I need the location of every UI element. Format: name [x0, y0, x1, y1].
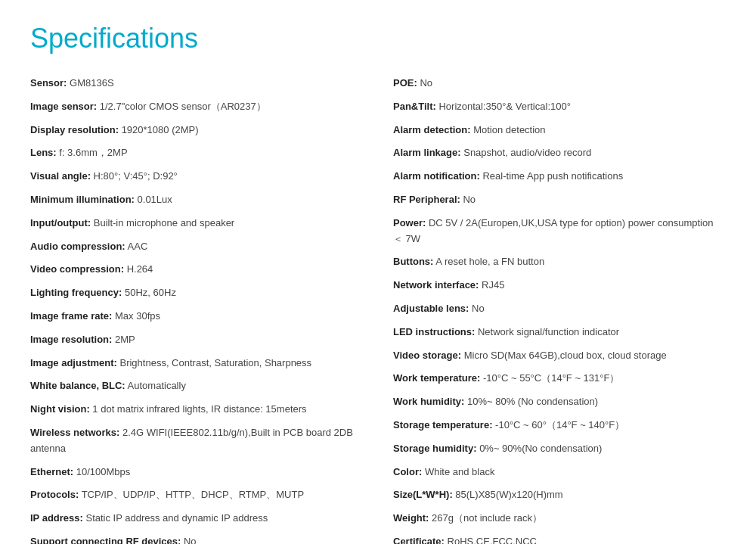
spec-value: Static IP address and dynamic IP address [83, 512, 268, 524]
spec-key: Storage temperature: [393, 419, 492, 431]
spec-key: Sensor: [30, 77, 67, 89]
spec-key: Audio compression: [30, 241, 125, 252]
spec-value: H.264 [124, 263, 153, 275]
right-spec-row: Buttons: A reset hole, a FN button [393, 254, 726, 270]
right-column: POE: NoPan&Tilt: Horizontal:350°& Vertic… [393, 76, 726, 544]
page-title: Specifications [30, 23, 726, 54]
spec-key: Network interface: [393, 279, 479, 291]
right-spec-row: Weight: 267g（not include rack） [393, 511, 726, 527]
left-spec-row: Sensor: GM8136S [30, 76, 363, 92]
spec-value: Built-in microphone and speaker [91, 217, 234, 228]
left-spec-row: Image resolution: 2MP [30, 332, 363, 348]
spec-key: LED instructions: [393, 326, 475, 337]
specs-container: Sensor: GM8136SImage sensor: 1/2.7"color… [30, 76, 726, 544]
spec-value: 1/2.7"color CMOS sensor（AR0237） [97, 101, 266, 112]
spec-key: RF Peripheral: [393, 194, 460, 205]
spec-key: Protocols: [30, 489, 79, 500]
spec-value: GM8136S [67, 77, 113, 89]
spec-key: Color: [393, 466, 422, 477]
left-spec-row: Protocols: TCP/IP、UDP/IP、HTTP、DHCP、RTMP、… [30, 487, 363, 503]
spec-key: Image resolution: [30, 334, 112, 345]
spec-value: No [181, 536, 196, 544]
right-spec-row: Power: DC 5V / 2A(Europen,UK,USA type fo… [393, 216, 726, 247]
spec-key: White balance, BLC: [30, 380, 125, 391]
spec-value: -10°C ~ 60°（14°F ~ 140°F） [492, 419, 624, 431]
spec-key: Size(L*W*H): [393, 489, 453, 500]
spec-key: Work temperature: [393, 372, 480, 384]
spec-value: No [469, 303, 484, 314]
spec-value: 85(L)X85(W)x120(H)mm [453, 489, 563, 500]
left-spec-row: Support connecting RF devices: No [30, 534, 363, 544]
right-spec-row: Size(L*W*H): 85(L)X85(W)x120(H)mm [393, 487, 726, 503]
left-spec-row: Minimum illumination: 0.01Lux [30, 192, 363, 208]
spec-key: Ethernet: [30, 466, 73, 477]
spec-value: RoHS,CE,FCC,NCC [445, 536, 537, 544]
spec-key: Input/output: [30, 217, 91, 228]
spec-key: Video storage: [393, 350, 461, 361]
left-spec-row: Lighting frequency: 50Hz, 60Hz [30, 285, 363, 301]
spec-key: Visual angle: [30, 170, 91, 182]
right-spec-row: Color: White and black [393, 465, 726, 480]
spec-value: TCP/IP、UDP/IP、HTTP、DHCP、RTMP、MUTP [79, 489, 304, 500]
spec-value: 2MP [112, 334, 135, 345]
right-spec-row: POE: No [393, 76, 726, 92]
spec-value: -10°C ~ 55°C（14°F ~ 131°F） [480, 372, 619, 384]
right-spec-row: Adjustable lens: No [393, 301, 726, 317]
right-spec-row: Alarm notification: Real-time App push n… [393, 169, 726, 185]
spec-key: Alarm notification: [393, 170, 480, 182]
spec-key: Lighting frequency: [30, 287, 122, 298]
left-spec-row: Image adjustment: Brightness, Contrast, … [30, 356, 363, 371]
spec-key: Video compression: [30, 263, 124, 275]
right-spec-row: Storage temperature: -10°C ~ 60°（14°F ~ … [393, 418, 726, 434]
spec-key: Pan&Tilt: [393, 101, 436, 112]
spec-key: Minimum illumination: [30, 194, 135, 205]
spec-key: Image frame rate: [30, 310, 112, 322]
right-spec-row: Work temperature: -10°C ~ 55°C（14°F ~ 13… [393, 371, 726, 387]
spec-value: Brightness, Contrast, Saturation, Sharpn… [117, 357, 311, 368]
spec-key: Power: [393, 217, 426, 228]
right-spec-row: Network interface: RJ45 [393, 278, 726, 294]
left-spec-row: Night vision: 1 dot matrix infrared ligh… [30, 402, 363, 418]
spec-value: 0%~ 90%(No condensation) [477, 443, 603, 454]
spec-value: No [417, 77, 432, 89]
spec-value: 1 dot matrix infrared lights, IR distanc… [90, 403, 307, 415]
left-spec-row: Wireless networks: 2.4G WIFI(IEEE802.11b… [30, 425, 363, 457]
right-spec-row: Alarm detection: Motion detection [393, 123, 726, 138]
spec-key: Certificate: [393, 536, 445, 544]
right-spec-row: Video storage: Micro SD(Max 64GB),cloud … [393, 348, 726, 364]
spec-value: Real-time App push notifications [480, 170, 623, 182]
right-spec-row: Alarm linkage: Snapshot, audio/video rec… [393, 145, 726, 161]
spec-key: Wireless networks: [30, 427, 119, 438]
spec-value: White and black [422, 466, 494, 477]
right-spec-row: Storage humidity: 0%~ 90%(No condensatio… [393, 441, 726, 457]
spec-key: Work humidity: [393, 396, 464, 407]
spec-value: 10/100Mbps [73, 466, 130, 477]
left-spec-row: Audio compression: AAC [30, 239, 363, 255]
spec-key: Image sensor: [30, 101, 97, 112]
right-spec-row: Certificate: RoHS,CE,FCC,NCC [393, 534, 726, 544]
left-spec-row: White balance, BLC: Automatically [30, 378, 363, 394]
spec-key: Lens: [30, 147, 57, 158]
spec-key: Alarm linkage: [393, 147, 461, 158]
left-spec-row: Input/output: Built-in microphone and sp… [30, 216, 363, 232]
left-spec-row: Ethernet: 10/100Mbps [30, 465, 363, 480]
spec-key: Display resolution: [30, 124, 119, 135]
spec-value: Motion detection [471, 124, 546, 135]
spec-value: No [460, 194, 476, 205]
spec-value: A reset hole, a FN button [433, 256, 544, 267]
spec-value: 10%~ 80% (No condensation) [464, 396, 598, 407]
spec-value: Max 30fps [112, 310, 160, 322]
left-spec-row: Image frame rate: Max 30fps [30, 309, 363, 325]
spec-value: Micro SD(Max 64GB),cloud box, cloud stor… [461, 350, 667, 361]
spec-value: 1920*1080 (2MP) [119, 124, 199, 135]
spec-key: Storage humidity: [393, 443, 477, 454]
right-spec-row: Work humidity: 10%~ 80% (No condensation… [393, 394, 726, 410]
spec-key: Support connecting RF devices: [30, 536, 181, 544]
left-spec-row: Visual angle: H:80°; V:45°; D:92° [30, 169, 363, 185]
spec-key: Adjustable lens: [393, 303, 469, 314]
spec-key: Image adjustment: [30, 357, 117, 368]
left-spec-row: Video compression: H.264 [30, 262, 363, 278]
spec-value: RJ45 [479, 279, 504, 291]
spec-key: IP address: [30, 512, 83, 524]
spec-value: 50Hz, 60Hz [122, 287, 176, 298]
